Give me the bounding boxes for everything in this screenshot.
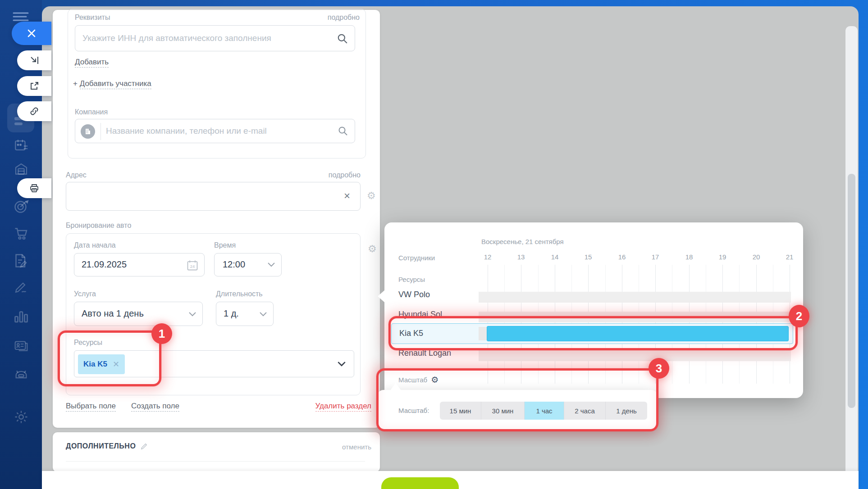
address-details-link[interactable]: подробно [270, 171, 361, 179]
hour-tick: 21 [780, 253, 799, 261]
timeline-row-band[interactable] [479, 292, 791, 303]
contact-card-icon[interactable] [12, 339, 30, 353]
start-date-value: 21.09.2025 [82, 259, 127, 270]
annotation-box-3 [376, 368, 658, 431]
print-icon [29, 183, 40, 194]
calendar-picker-icon[interactable]: 24 [186, 259, 199, 272]
extra-section-card [53, 432, 380, 472]
annotation-badge-2: 2 [789, 305, 809, 327]
popup-callout-arrow [378, 290, 385, 303]
search-icon[interactable] [337, 33, 348, 45]
chevron-down-icon[interactable] [338, 362, 346, 367]
cart-icon[interactable] [13, 225, 30, 241]
print-button[interactable] [17, 178, 51, 198]
close-icon [27, 28, 37, 38]
hour-tick: 15 [578, 253, 598, 261]
staff-section-label: Сотрудники [398, 254, 435, 262]
time-select[interactable]: 12:00 [214, 253, 282, 276]
hour-tick: 20 [746, 253, 766, 261]
booking-section-label: Бронирование авто [66, 222, 131, 230]
annotation-box-2 [388, 316, 798, 350]
divider [66, 461, 365, 462]
requisites-details-link[interactable]: подробно [270, 14, 360, 22]
collapse-icon [29, 55, 39, 65]
time-label: Время [214, 241, 236, 249]
page: Реквизиты подробно Укажите ИНН для автом… [0, 0, 868, 489]
service-value: Авто на 1 день [82, 308, 144, 319]
delete-section-link[interactable]: Удалить раздел [281, 402, 371, 411]
hour-tick: 13 [511, 253, 531, 261]
hour-tick: 14 [545, 253, 565, 261]
duration-select[interactable]: 1 д. [216, 302, 274, 326]
save-button[interactable] [381, 477, 459, 489]
open-in-new-icon [29, 81, 39, 91]
service-select[interactable]: Авто на 1 день [74, 302, 203, 326]
copy-link-button[interactable] [17, 101, 51, 121]
sign-icon[interactable] [13, 280, 30, 294]
link-icon [29, 106, 40, 117]
bot-icon[interactable] [12, 367, 30, 382]
menu-icon[interactable] [13, 12, 29, 22]
open-in-new-button[interactable] [17, 76, 51, 96]
hour-tick: 19 [713, 253, 732, 261]
inn-search-input[interactable]: Укажите ИНН для автоматического заполнен… [75, 25, 355, 51]
inn-placeholder: Укажите ИНН для автоматического заполнен… [82, 33, 271, 43]
calendar-icon[interactable] [14, 138, 29, 153]
close-slider-button[interactable] [12, 22, 51, 45]
settings-gear-icon[interactable] [13, 409, 30, 425]
chevron-down-icon [260, 312, 267, 317]
company-placeholder: Название компании, телефон или e-mail [106, 126, 267, 136]
edit-pencil-icon[interactable] [140, 443, 148, 450]
left-sidebar [0, 0, 42, 489]
company-icon [81, 124, 95, 139]
duration-label: Длительность [216, 290, 263, 298]
date-label: Дата начала [74, 241, 116, 249]
create-field-link[interactable]: Создать поле [131, 402, 179, 411]
select-field-link[interactable]: Выбрать поле [66, 402, 116, 411]
add-participant-link[interactable]: + Добавить участника [73, 79, 151, 88]
address-settings-gear-icon[interactable]: ⚙ [367, 191, 376, 201]
statistics-icon[interactable] [13, 308, 30, 325]
address-label: Адрес [66, 171, 87, 179]
extra-section-title-row: ДОПОЛНИТЕЛЬНО [66, 442, 148, 450]
hour-tick: 18 [679, 253, 699, 261]
address-input[interactable]: × [66, 182, 361, 211]
collapse-button[interactable] [17, 50, 51, 70]
resources-section-label: Ресурсы [398, 276, 425, 283]
search-icon[interactable] [338, 126, 348, 136]
scrollbar-thumb[interactable] [848, 174, 855, 408]
company-label: Компания [75, 108, 108, 116]
divider [101, 123, 101, 140]
annotation-badge-3: 3 [649, 358, 669, 379]
svg-text:24: 24 [190, 264, 195, 269]
clear-icon[interactable]: × [344, 190, 350, 202]
company-search-input[interactable]: Название компании, телефон или e-mail [75, 119, 355, 143]
timeline-row-band[interactable] [479, 350, 791, 361]
hour-tick: 16 [612, 253, 632, 261]
add-requisite-link[interactable]: Добавить [75, 58, 109, 67]
target-icon[interactable] [13, 198, 30, 214]
storage-icon[interactable] [14, 162, 29, 177]
cancel-link[interactable]: отменить [281, 443, 371, 451]
extra-section-title: ДОПОЛНИТЕЛЬНО [66, 442, 136, 450]
hour-tick: 12 [478, 253, 498, 261]
time-value: 12:00 [223, 259, 245, 270]
document-edit-icon[interactable] [13, 252, 29, 269]
resource-row-label[interactable]: VW Polo [398, 290, 430, 299]
duration-value: 1 д. [224, 308, 239, 319]
hour-tick: 17 [645, 253, 665, 261]
chevron-down-icon [189, 312, 196, 317]
service-label: Услуга [74, 290, 96, 298]
annotation-box-1 [58, 331, 161, 386]
annotation-badge-1: 1 [151, 323, 172, 344]
day-header: Воскресенье, 21 сентября [481, 238, 564, 245]
requisites-label: Реквизиты [75, 14, 110, 22]
start-date-input[interactable]: 21.09.2025 24 [74, 253, 205, 276]
chevron-down-icon [268, 263, 275, 267]
booking-settings-gear-icon[interactable]: ⚙ [368, 244, 377, 254]
